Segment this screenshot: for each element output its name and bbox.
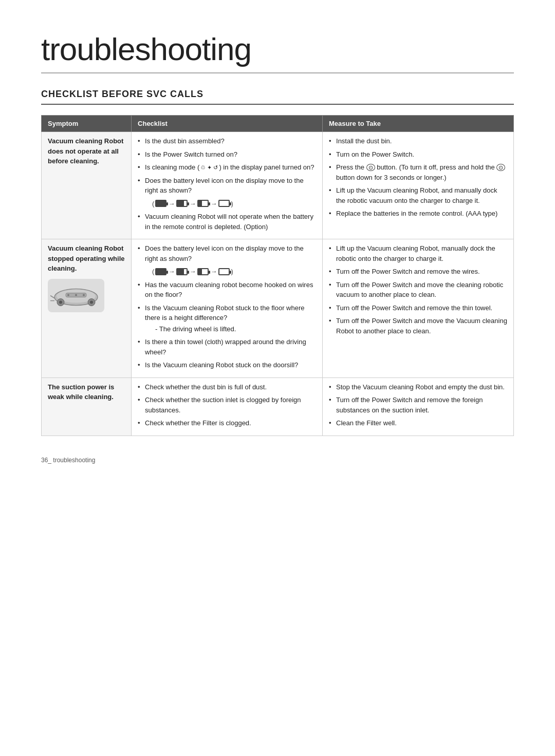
svg-point-8 <box>75 294 77 296</box>
list-item: Turn off the Power Switch and move the V… <box>329 316 507 336</box>
measure-list: Lift up the Vacuum cleaning Robot, manua… <box>329 243 507 336</box>
measure-list: Stop the Vacuum cleaning Robot and empty… <box>329 382 507 428</box>
battery-diagram: ( → → → ) <box>152 199 316 209</box>
list-item: Has the vacuum cleaning robot become hoo… <box>138 280 316 300</box>
list-item: Lift up the Vacuum cleaning Robot, and m… <box>329 185 507 205</box>
symptom-cell: Vacuum cleaning Robot does not operate a… <box>42 132 132 239</box>
symptom-cell: The suction power is weak while cleaning… <box>42 377 132 436</box>
list-item: Vacuum cleaning Robot will not operate w… <box>138 212 316 232</box>
table-row: Vacuum cleaning Robot stopped operating … <box>42 239 514 378</box>
list-item: Turn on the Power Switch. <box>329 149 507 160</box>
svg-point-9 <box>83 294 85 296</box>
list-item: Is the Power Switch turned on? <box>138 149 316 160</box>
sub-item: The driving wheel is lifted. <box>145 324 316 334</box>
checklist-list: Check whether the dust bin is full of du… <box>138 382 316 428</box>
list-item: Turn off the Power Switch and remove the… <box>329 267 507 277</box>
symptom-text: Vacuum cleaning Robot does not operate a… <box>48 137 123 165</box>
list-item: Check whether the suction inlet is clogg… <box>138 395 316 415</box>
measure-cell: Install the dust bin. Turn on the Power … <box>323 132 514 239</box>
list-item: Turn off the Power Switch and remove the… <box>329 303 507 313</box>
checklist-list: Does the battery level icon on the displ… <box>138 243 316 370</box>
table-row: The suction power is weak while cleaning… <box>42 377 514 436</box>
robot-svg <box>50 281 102 310</box>
checklist-list: Is the dust bin assembled? Is the Power … <box>138 136 316 232</box>
checklist-cell: Is the dust bin assembled? Is the Power … <box>132 132 323 239</box>
button-icon: ⊙ <box>366 164 375 171</box>
page-title: troubleshooting <box>41 31 514 73</box>
table-row: Vacuum cleaning Robot does not operate a… <box>42 132 514 239</box>
list-item: Turn off the Power Switch and remove the… <box>329 395 507 415</box>
section-title: CHECKLIST BEFORE SVC CALLS <box>41 89 514 105</box>
list-item: Is there a thin towel (cloth) wrapped ar… <box>138 337 316 357</box>
measure-cell: Lift up the Vacuum cleaning Robot, manua… <box>323 239 514 378</box>
measure-list: Install the dust bin. Turn on the Power … <box>329 136 507 219</box>
svg-point-5 <box>90 300 93 304</box>
symptom-cell: Vacuum cleaning Robot stopped operating … <box>42 239 132 378</box>
measure-cell: Stop the Vacuum cleaning Robot and empty… <box>323 377 514 436</box>
robot-image <box>48 279 104 312</box>
list-item: Clean the Filter well. <box>329 418 507 428</box>
checklist-cell: Check whether the dust bin is full of du… <box>132 377 323 436</box>
list-item: Is the Vacuum cleaning Robot stuck to th… <box>138 303 316 334</box>
symptom-text: The suction power is weak while cleaning… <box>48 383 114 401</box>
svg-line-10 <box>50 295 54 298</box>
footer: 36_ troubleshooting <box>41 457 514 464</box>
list-item: Install the dust bin. <box>329 136 507 146</box>
col-header-symptom: Symptom <box>42 116 132 132</box>
list-item: Check whether the dust bin is full of du… <box>138 382 316 392</box>
mode-icons: ♲ ✦ ↺ <box>200 163 218 172</box>
list-item: Check whether the Filter is clogged. <box>138 418 316 428</box>
list-item: Lift up the Vacuum cleaning Robot, manua… <box>329 243 507 263</box>
list-item: Press the ⊙ button. (To turn it off, pre… <box>329 162 507 182</box>
svg-point-4 <box>59 300 62 304</box>
list-item: Stop the Vacuum cleaning Robot and empty… <box>329 382 507 392</box>
list-item: Does the battery level icon on the displ… <box>138 243 316 277</box>
checklist-table: Symptom Checklist Measure to Take Vacuum… <box>41 115 514 436</box>
svg-point-7 <box>67 294 69 296</box>
col-header-checklist: Checklist <box>132 116 323 132</box>
list-item: Is the Vacuum cleaning Robot stuck on th… <box>138 360 316 370</box>
list-item: Turn off the Power Switch and move the c… <box>329 280 507 300</box>
button-icon: ⊙ <box>496 164 505 171</box>
symptom-text: Vacuum cleaning Robot stopped operating … <box>48 244 125 272</box>
list-item: Is cleaning mode (♲ ✦ ↺) in the display … <box>138 162 316 173</box>
checklist-cell: Does the battery level icon on the displ… <box>132 239 323 378</box>
list-item: Does the battery level icon on the displ… <box>138 176 316 209</box>
col-header-measure: Measure to Take <box>323 116 514 132</box>
battery-diagram: ( → → → ) <box>152 267 316 277</box>
list-item: Is the dust bin assembled? <box>138 136 316 146</box>
list-item: Replace the batteries in the remote cont… <box>329 209 507 219</box>
